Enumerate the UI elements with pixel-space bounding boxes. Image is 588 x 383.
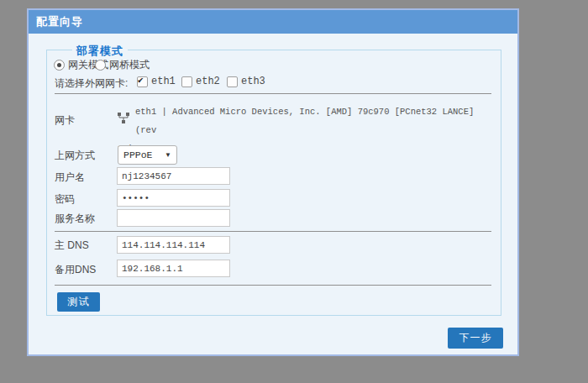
nic-label: 网卡 <box>55 113 75 127</box>
checkbox-eth3[interactable]: eth3 <box>227 76 265 87</box>
password-input[interactable] <box>117 189 230 207</box>
dropdown-arrow-icon: ▼ <box>165 151 171 159</box>
username-input[interactable] <box>117 167 230 185</box>
internet-mode-value: PPPoE <box>123 150 153 160</box>
wan-nic-label: 请选择外网网卡: <box>55 76 128 90</box>
primary-dns-input[interactable] <box>117 236 230 254</box>
page-background: { "dialog": { "title": "配置向导", "section"… <box>0 0 588 383</box>
password-label: 密码 <box>55 192 75 206</box>
radio-icon <box>95 60 106 71</box>
checkbox-eth3-label: eth3 <box>241 76 265 87</box>
dialog-title: 配置向导 <box>36 15 83 28</box>
checkbox-icon <box>227 76 238 87</box>
dialog-titlebar: 配置向导 <box>29 10 517 34</box>
dialog-body: 部署模式 网关模式 网桥模式 请选择外网网卡: eth1 eth2 <box>29 34 517 356</box>
divider <box>55 93 491 94</box>
primary-dns-label: 主 DNS <box>55 239 89 252</box>
backup-dns-label: 备用DNS <box>55 263 96 276</box>
nic-value-line1: eth1 | Advanced Micro Devices, Inc. [AMD… <box>135 102 497 139</box>
internet-mode-label: 上网方式 <box>55 149 95 162</box>
radio-bridge-mode[interactable]: 网桥模式 <box>95 58 150 72</box>
config-wizard-dialog: 配置向导 部署模式 网关模式 网桥模式 请选择外网网卡: eth1 eth2 <box>27 8 519 356</box>
username-label: 用户名 <box>55 171 85 184</box>
service-name-label: 服务名称 <box>55 212 95 225</box>
internet-mode-select[interactable]: PPPoE ▼ <box>118 145 177 165</box>
next-step-button[interactable]: 下一步 <box>448 328 503 349</box>
checkbox-icon <box>137 76 148 87</box>
divider <box>55 231 491 232</box>
checkbox-eth1-label: eth1 <box>151 76 176 87</box>
groupbox-legend: 部署模式 <box>72 44 128 59</box>
checkbox-eth2-label: eth2 <box>196 76 220 87</box>
checkbox-eth1[interactable]: eth1 <box>137 76 176 87</box>
radio-bridge-label: 网桥模式 <box>109 58 150 72</box>
checkbox-icon <box>181 76 192 87</box>
network-nodes-icon <box>118 112 129 130</box>
test-button[interactable]: 测试 <box>57 292 100 312</box>
service-name-input[interactable] <box>117 209 230 227</box>
radio-icon <box>54 60 65 71</box>
divider <box>55 285 491 286</box>
checkbox-eth2[interactable]: eth2 <box>181 76 220 87</box>
deploy-mode-groupbox: 部署模式 网关模式 网桥模式 请选择外网网卡: eth1 eth2 <box>46 50 501 316</box>
backup-dns-input[interactable] <box>117 260 230 277</box>
